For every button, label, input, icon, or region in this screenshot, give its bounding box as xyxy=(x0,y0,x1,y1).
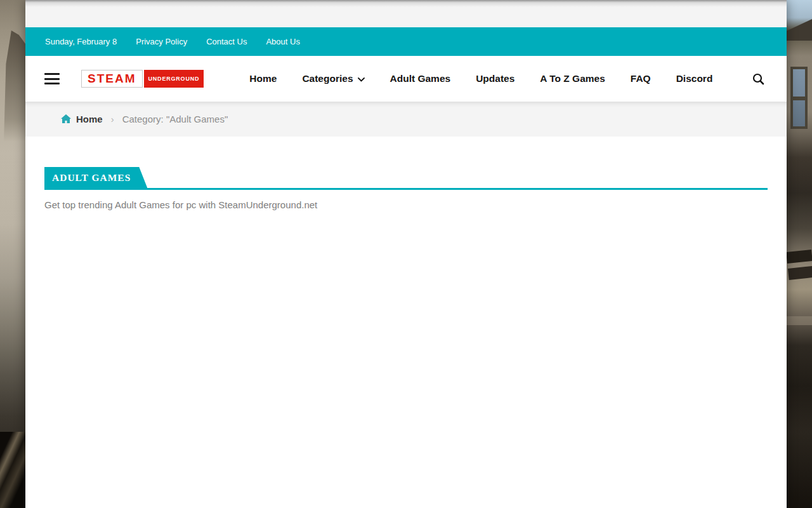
category-description: Get top trending Adult Games for pc with… xyxy=(44,199,768,210)
nav-item-categories[interactable]: Categories xyxy=(302,73,364,84)
background-beam xyxy=(787,250,812,264)
current-date: Sunday, February 8 xyxy=(45,37,117,46)
background-rubble xyxy=(787,316,812,325)
background-roof xyxy=(787,19,812,41)
nav-item-discord[interactable]: Discord xyxy=(676,73,713,84)
category-divider xyxy=(44,188,768,190)
home-icon xyxy=(61,114,71,124)
background-window xyxy=(790,67,808,129)
logo-underground-text: UNDERGROUND xyxy=(144,70,204,88)
main-nav: Home Categories Adult Games Updates A To… xyxy=(249,73,712,84)
breadcrumb-current-page: Category: "Adult Games" xyxy=(122,114,228,124)
nav-faq-label: FAQ xyxy=(631,73,651,84)
breadcrumb-separator: › xyxy=(111,114,114,124)
background-debris xyxy=(0,432,25,508)
nav-item-home[interactable]: Home xyxy=(249,73,277,84)
nav-home-label: Home xyxy=(249,73,277,84)
topbar-link-about-us[interactable]: About Us xyxy=(266,37,299,46)
topbar: Sunday, February 8 Privacy Policy Contac… xyxy=(25,27,787,56)
breadcrumb-home-link[interactable]: Home xyxy=(61,114,103,124)
nav-item-faq[interactable]: FAQ xyxy=(631,73,651,84)
nav-categories-label: Categories xyxy=(302,73,353,84)
nav-updates-label: Updates xyxy=(476,73,514,84)
page-top-spacer xyxy=(25,0,787,27)
logo-steam-text: STEAM xyxy=(81,70,143,88)
nav-item-adult-games[interactable]: Adult Games xyxy=(390,73,451,84)
site-header: STEAM UNDERGROUND Home Categories Adult … xyxy=(25,56,787,102)
chevron-down-icon xyxy=(358,77,365,82)
search-button[interactable] xyxy=(752,73,764,85)
search-icon xyxy=(752,73,764,85)
topbar-link-privacy-policy[interactable]: Privacy Policy xyxy=(136,37,187,46)
background-image-left xyxy=(0,0,25,508)
breadcrumb-home-label: Home xyxy=(76,114,103,124)
hamburger-menu-icon[interactable] xyxy=(44,73,60,84)
page: Sunday, February 8 Privacy Policy Contac… xyxy=(0,0,812,508)
topbar-link-contact-us[interactable]: Contact Us xyxy=(206,37,247,46)
category-title-badge: ADULT GAMES xyxy=(44,167,147,188)
background-tower-silhouette xyxy=(4,30,25,142)
nav-discord-label: Discord xyxy=(676,73,713,84)
main-content: ADULT GAMES Get top trending Adult Games… xyxy=(25,137,787,508)
nav-a-to-z-label: A To Z Games xyxy=(540,73,605,84)
nav-item-updates[interactable]: Updates xyxy=(476,73,514,84)
background-glow xyxy=(14,381,23,390)
site-container: Sunday, February 8 Privacy Policy Contac… xyxy=(25,0,787,508)
background-image-right xyxy=(787,0,812,508)
nav-adult-games-label: Adult Games xyxy=(390,73,451,84)
nav-item-a-to-z-games[interactable]: A To Z Games xyxy=(540,73,605,84)
breadcrumb: Home › Category: "Adult Games" xyxy=(25,102,787,137)
site-logo[interactable]: STEAM UNDERGROUND xyxy=(81,70,204,88)
